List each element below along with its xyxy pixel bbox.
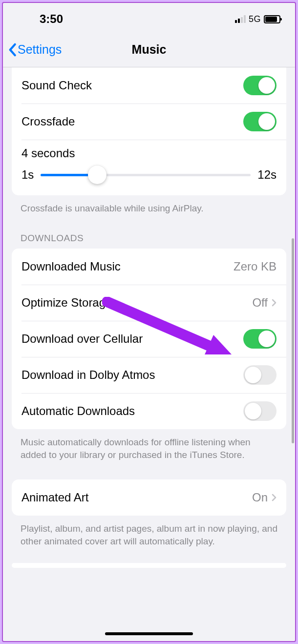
download-dolby-label: Download in Dolby Atmos — [21, 368, 155, 382]
animated-art-value: On — [252, 491, 268, 504]
downloads-group: Downloaded Music Zero KB Optimize Storag… — [12, 249, 286, 429]
sound-check-toggle[interactable] — [243, 76, 277, 95]
slider-max-label: 12s — [257, 168, 277, 182]
animated-art-label: Animated Art — [21, 491, 88, 504]
audio-settings-group: Sound Check Crossfade 4 seconds 1s — [12, 67, 286, 195]
auto-downloads-label: Automatic Downloads — [21, 404, 135, 418]
status-bar: 3:50 5G — [3, 3, 295, 32]
optimize-storage-label: Optimize Storage — [21, 296, 112, 310]
animated-art-footer: Playlist, album, and artist pages, album… — [21, 522, 277, 548]
auto-downloads-toggle[interactable] — [243, 401, 277, 421]
slider-min-label: 1s — [21, 168, 34, 182]
optimize-storage-row[interactable]: Optimize Storage Off — [12, 285, 286, 321]
status-time: 3:50 — [40, 12, 63, 26]
crossfade-slider-row: 4 seconds 1s 12s — [12, 140, 286, 195]
cellular-signal-icon — [235, 15, 246, 23]
chevron-left-icon — [8, 43, 17, 57]
sound-check-label: Sound Check — [21, 79, 92, 92]
crossfade-row: Crossfade — [12, 104, 286, 140]
downloaded-music-label: Downloaded Music — [21, 260, 121, 273]
crossfade-footer: Crossfade is unavailable while using Air… — [21, 202, 277, 215]
chevron-right-icon — [272, 299, 277, 307]
download-cellular-label: Download over Cellular — [21, 332, 143, 346]
slider-thumb[interactable] — [88, 166, 106, 184]
crossfade-label: Crossfade — [21, 115, 75, 128]
auto-downloads-row: Automatic Downloads — [12, 393, 286, 429]
download-cellular-row: Download over Cellular — [12, 321, 286, 357]
network-type: 5G — [249, 14, 261, 24]
crossfade-toggle[interactable] — [243, 112, 277, 131]
back-label: Settings — [18, 42, 62, 57]
download-cellular-toggle[interactable] — [243, 329, 277, 349]
page-title: Music — [132, 42, 167, 57]
download-dolby-row: Download in Dolby Atmos — [12, 357, 286, 393]
downloaded-music-value: Zero KB — [234, 260, 277, 273]
scroll-indicator[interactable] — [292, 238, 294, 443]
downloaded-music-row[interactable]: Downloaded Music Zero KB — [12, 249, 286, 285]
sound-check-row: Sound Check — [12, 67, 286, 104]
download-dolby-toggle[interactable] — [243, 365, 277, 385]
optimize-storage-value: Off — [252, 296, 268, 310]
back-button[interactable]: Settings — [8, 42, 62, 57]
animated-art-group: Animated Art On — [12, 479, 286, 516]
crossfade-slider[interactable] — [41, 174, 251, 176]
nav-header: Settings Music — [3, 32, 295, 67]
chevron-right-icon — [272, 494, 277, 501]
content-area: Sound Check Crossfade 4 seconds 1s — [3, 67, 295, 641]
home-indicator[interactable] — [105, 632, 193, 635]
battery-icon — [264, 15, 280, 23]
status-right-cluster: 5G — [235, 14, 280, 24]
downloads-header: DOWNLOADS — [21, 233, 277, 244]
animated-art-row[interactable]: Animated Art On — [12, 479, 286, 516]
next-group-peek — [12, 563, 286, 568]
downloads-footer: Music automatically downloads for offlin… — [21, 436, 277, 462]
crossfade-duration-label: 4 seconds — [21, 146, 277, 160]
